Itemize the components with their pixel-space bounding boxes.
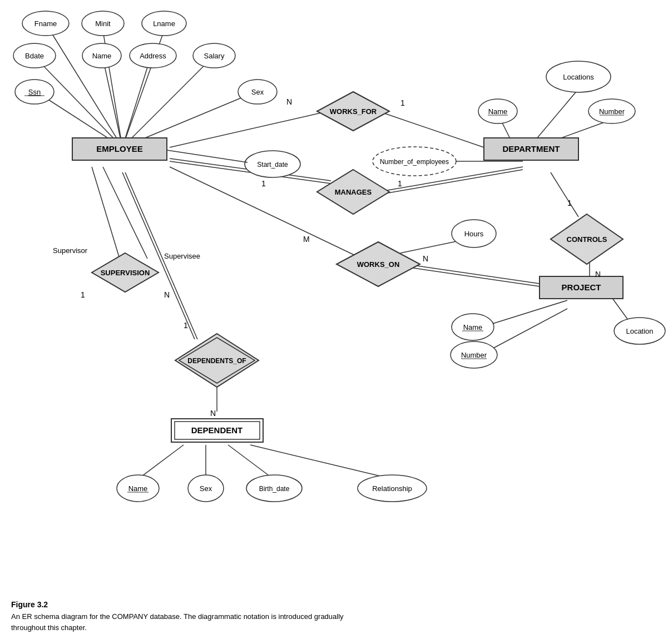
works-on-m: M bbox=[303, 235, 310, 244]
number-proj-attr: Number bbox=[461, 351, 487, 359]
lname-attr: Lname bbox=[153, 19, 175, 28]
sex-emp-attr: Sex bbox=[251, 88, 264, 96]
svg-line-30 bbox=[484, 309, 567, 353]
supervision-label: SUPERVISION bbox=[101, 269, 150, 277]
controls-label: CONTROLS bbox=[567, 235, 607, 244]
dependents-of-n: N bbox=[210, 409, 216, 418]
relationship-attr: Relationship bbox=[372, 484, 412, 493]
svg-line-4 bbox=[103, 58, 122, 147]
supervision-1: 1 bbox=[81, 290, 85, 299]
name-proj-attr: Name bbox=[463, 323, 483, 331]
number-dept-attr: Number bbox=[599, 107, 625, 116]
figure-label: Figure 3.2 bbox=[11, 600, 345, 609]
minit-attr: Minit bbox=[95, 19, 111, 28]
ssn-attr: Ssn bbox=[28, 88, 41, 96]
figure-caption: Figure 3.2 An ER schema diagram for the … bbox=[11, 600, 345, 633]
supervision-n: N bbox=[164, 290, 170, 299]
controls-n: N bbox=[595, 270, 601, 279]
svg-line-13 bbox=[92, 167, 120, 259]
svg-line-36 bbox=[250, 445, 389, 478]
supervisee-label: Supervisee bbox=[164, 252, 200, 260]
employee-label: EMPLOYEE bbox=[96, 144, 142, 153]
svg-line-24 bbox=[551, 172, 578, 217]
svg-line-17 bbox=[378, 111, 484, 147]
svg-line-27 bbox=[406, 267, 540, 286]
manages-1-dept: 1 bbox=[398, 179, 402, 188]
svg-line-9 bbox=[170, 111, 328, 147]
name-dept-attr: Name bbox=[488, 107, 508, 116]
works-for-n: N bbox=[286, 97, 292, 106]
controls-1: 1 bbox=[567, 199, 572, 207]
hours-attr: Hours bbox=[464, 230, 484, 238]
manages-label: MANAGES bbox=[335, 188, 372, 196]
department-label: DEPARTMENT bbox=[502, 144, 560, 153]
address-attr: Address bbox=[140, 52, 166, 60]
er-diagram-container: EMPLOYEE DEPARTMENT PROJECT DEPENDENT WO… bbox=[0, 0, 668, 601]
birth-date-attr: Birth_date bbox=[259, 485, 290, 493]
supervisor-label: Supervisor bbox=[53, 246, 88, 255]
figure-text: An ER schema diagram for the COMPANY dat… bbox=[11, 611, 345, 633]
svg-line-33 bbox=[139, 445, 184, 478]
svg-line-77 bbox=[167, 150, 248, 162]
locations-attr: Locations bbox=[563, 73, 594, 81]
svg-line-35 bbox=[228, 445, 273, 478]
works-for-label: WORKS_FOR bbox=[330, 107, 377, 116]
start-date-attr: Start_date bbox=[257, 161, 288, 169]
works-on-label: WORKS_ON bbox=[357, 260, 400, 269]
location-proj-attr: Location bbox=[626, 327, 653, 335]
works-for-1: 1 bbox=[400, 98, 405, 107]
fname-attr: Fname bbox=[34, 19, 57, 28]
dependent-label: DEPENDENT bbox=[191, 425, 243, 435]
manages-1-emp: 1 bbox=[261, 179, 266, 188]
bdate-attr: Bdate bbox=[25, 52, 44, 60]
svg-line-26 bbox=[406, 264, 540, 284]
dependents-of-label: DEPENDENTS_OF bbox=[187, 357, 246, 365]
sex-dep-attr: Sex bbox=[200, 484, 212, 493]
name-emp-attr: Name bbox=[92, 52, 112, 60]
project-label: PROJECT bbox=[562, 283, 601, 292]
salary-attr: Salary bbox=[204, 52, 225, 60]
svg-line-6 bbox=[122, 58, 211, 147]
er-diagram-svg: EMPLOYEE DEPARTMENT PROJECT DEPENDENT WO… bbox=[0, 0, 668, 601]
works-on-n: N bbox=[423, 254, 428, 263]
name-dep-attr: Name bbox=[128, 484, 148, 493]
svg-line-14 bbox=[103, 167, 147, 259]
num-employees-attr: Number_of_employees bbox=[380, 158, 449, 166]
dependents-of-1: 1 bbox=[184, 321, 188, 330]
